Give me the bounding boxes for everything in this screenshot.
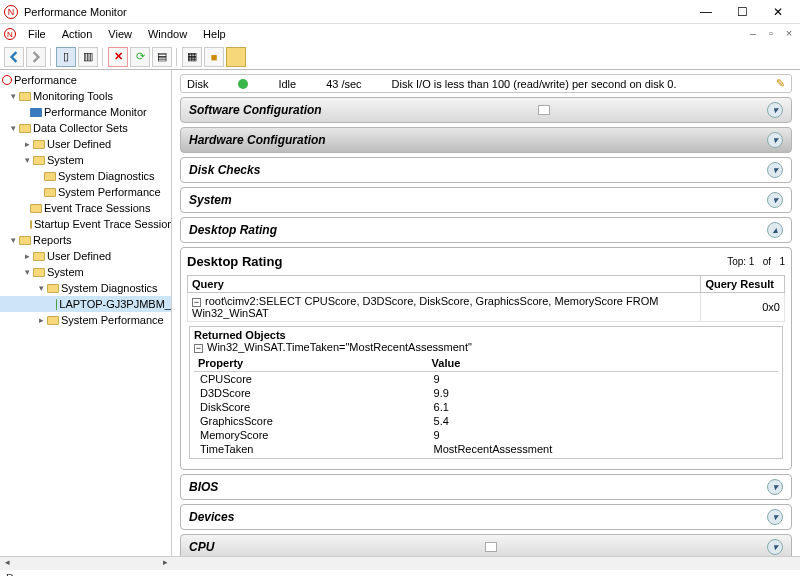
expand-icon[interactable]: ▾ — [767, 162, 783, 178]
prop-cell: MemoryScore — [194, 428, 428, 442]
scroll-right-icon[interactable]: ▸ — [158, 557, 172, 571]
disk-rate: 43 /sec — [326, 78, 361, 90]
tree-monitoring-tools[interactable]: ▾Monitoring Tools — [0, 88, 171, 104]
tree-r-user-defined[interactable]: ▸User Defined — [0, 248, 171, 264]
val-cell: 9.9 — [428, 386, 778, 400]
forward-button[interactable] — [26, 47, 46, 67]
col-result: Query Result — [701, 276, 785, 293]
table-row: CPUScore9 — [194, 372, 778, 387]
refresh-button[interactable]: ⟳ — [130, 47, 150, 67]
section-cpu[interactable]: CPU ▾ — [180, 534, 792, 556]
menubar: N File Action View Window Help – ▫ × — [0, 24, 800, 44]
folder-icon — [19, 92, 31, 101]
tree-sys-diag[interactable]: System Diagnostics — [0, 168, 171, 184]
expand-icon[interactable]: ▾ — [767, 102, 783, 118]
section-bios[interactable]: BIOS ▾ — [180, 474, 792, 500]
section-software-config[interactable]: Software Configuration ▾ — [180, 97, 792, 123]
tree-ets[interactable]: Event Trace Sessions — [0, 200, 171, 216]
tree-r-sys-perf[interactable]: ▸System Performance — [0, 312, 171, 328]
tree-r-sys-diag[interactable]: ▾System Diagnostics — [0, 280, 171, 296]
folder-icon — [47, 284, 59, 293]
menu-action[interactable]: Action — [56, 26, 99, 42]
expand-icon[interactable]: ▾ — [767, 192, 783, 208]
disk-row: Disk Idle 43 /sec Disk I/O is less than … — [180, 74, 792, 93]
report-content[interactable]: Disk Idle 43 /sec Disk I/O is less than … — [172, 70, 800, 556]
folder-icon — [33, 156, 45, 165]
collapse-icon[interactable]: ▴ — [767, 222, 783, 238]
collapse-icon[interactable]: − — [192, 298, 201, 307]
tree-report-laptop[interactable]: LAPTOP-GJ3PJMBM_ — [0, 296, 171, 312]
menu-window[interactable]: Window — [142, 26, 193, 42]
folder-icon — [44, 188, 56, 197]
val-cell: 9 — [428, 372, 778, 387]
mdi-minimize-icon[interactable]: – — [746, 27, 760, 41]
folder-icon — [33, 140, 45, 149]
tree-dcs[interactable]: ▾Data Collector Sets — [0, 120, 171, 136]
section-hardware-config[interactable]: Hardware Configuration ▾ — [180, 127, 792, 153]
show-hide-tree-button[interactable]: ▯ — [56, 47, 76, 67]
expand-icon[interactable]: ▸ — [22, 139, 33, 149]
back-button[interactable] — [4, 47, 24, 67]
folder-icon — [19, 124, 31, 133]
section-thumb-icon — [485, 542, 497, 552]
collapse-icon[interactable]: ▾ — [8, 123, 19, 133]
tree-r-system[interactable]: ▾System — [0, 264, 171, 280]
tree-reports[interactable]: ▾Reports — [0, 232, 171, 248]
expand-icon[interactable]: ▾ — [767, 509, 783, 525]
scroll-left-icon[interactable]: ◂ — [0, 557, 14, 571]
tree-sets[interactable]: Startup Event Trace Session — [0, 216, 171, 232]
collapse-icon[interactable]: − — [194, 344, 203, 353]
table-row: TimeTakenMostRecentAssessment — [194, 442, 778, 456]
val-cell: 5.4 — [428, 414, 778, 428]
performance-icon — [2, 75, 12, 85]
collapse-icon[interactable]: ▾ — [8, 91, 19, 101]
table-row: GraphicsScore5.4 — [194, 414, 778, 428]
collapse-icon[interactable]: ▾ — [22, 155, 33, 165]
properties-button[interactable]: ▦ — [182, 47, 202, 67]
section-desktop-rating-collapsed[interactable]: Desktop Rating ▴ — [180, 217, 792, 243]
tree-system[interactable]: ▾System — [0, 152, 171, 168]
expand-icon[interactable]: ▸ — [36, 315, 47, 325]
export-button[interactable]: ▤ — [152, 47, 172, 67]
collapse-icon[interactable]: ▾ — [36, 283, 47, 293]
prop-cell: DiskScore — [194, 400, 428, 414]
delete-button[interactable]: ✕ — [108, 47, 128, 67]
open-folder-button[interactable] — [226, 47, 246, 67]
folder-icon — [33, 252, 45, 261]
tree-perfmon[interactable]: Performance Monitor — [0, 104, 171, 120]
section-system[interactable]: System ▾ — [180, 187, 792, 213]
tree-user-defined[interactable]: ▸User Defined — [0, 136, 171, 152]
folder-icon — [30, 220, 32, 229]
prop-cell: TimeTaken — [194, 442, 428, 456]
property-table: Property Value CPUScore9D3DScore9.9DiskS… — [194, 355, 778, 456]
folder-icon — [44, 172, 56, 181]
query-cell: −root\cimv2:SELECT CPUScore, D3DScore, D… — [188, 293, 701, 322]
collapse-icon[interactable]: ▾ — [8, 235, 19, 245]
folder-icon — [19, 236, 31, 245]
expand-icon[interactable]: ▾ — [767, 132, 783, 148]
status-led-icon — [238, 79, 248, 89]
stop-button[interactable]: ■ — [204, 47, 224, 67]
tree-pane[interactable]: Performance ▾Monitoring Tools Performanc… — [0, 70, 172, 556]
folder-icon — [47, 316, 59, 325]
section-disk-checks[interactable]: Disk Checks ▾ — [180, 157, 792, 183]
mdi-restore-icon[interactable]: ▫ — [764, 27, 778, 41]
returned-objects: Returned Objects −Win32_WinSAT.TimeTaken… — [189, 326, 783, 459]
expand-icon[interactable]: ▸ — [22, 251, 33, 261]
new-window-button[interactable]: ▥ — [78, 47, 98, 67]
menu-help[interactable]: Help — [197, 26, 232, 42]
expand-icon[interactable]: ▾ — [767, 539, 783, 555]
section-devices[interactable]: Devices ▾ — [180, 504, 792, 530]
close-button[interactable]: ✕ — [760, 1, 796, 23]
maximize-button[interactable]: ☐ — [724, 1, 760, 23]
mdi-close-icon[interactable]: × — [782, 27, 796, 41]
menu-file[interactable]: File — [22, 26, 52, 42]
prop-cell: GraphicsScore — [194, 414, 428, 428]
menu-view[interactable]: View — [102, 26, 138, 42]
edit-icon[interactable]: ✎ — [776, 77, 785, 90]
tree-sys-perf[interactable]: System Performance — [0, 184, 171, 200]
collapse-icon[interactable]: ▾ — [22, 267, 33, 277]
expand-icon[interactable]: ▾ — [767, 479, 783, 495]
minimize-button[interactable]: — — [688, 1, 724, 23]
tree-performance[interactable]: Performance — [0, 72, 171, 88]
